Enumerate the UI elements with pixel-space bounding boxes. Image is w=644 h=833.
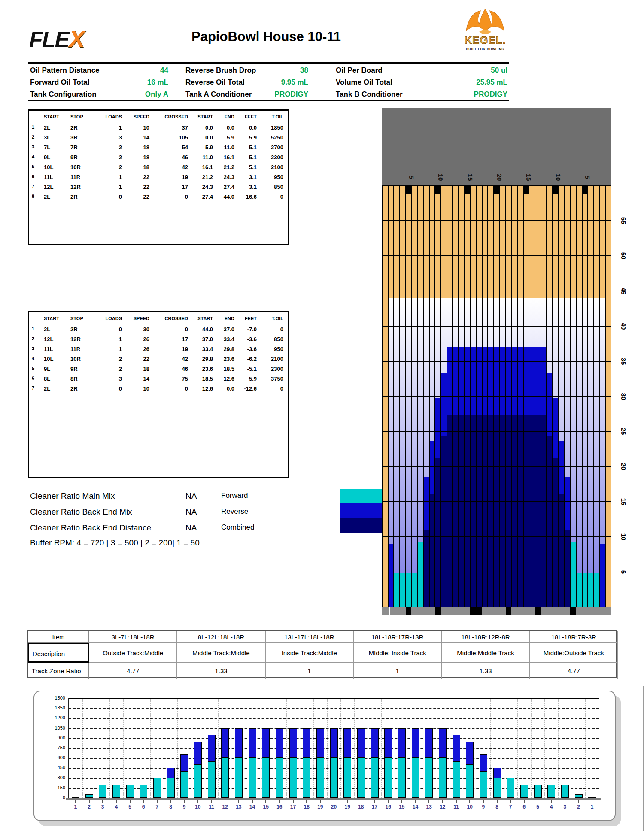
table-cell: -3.6 [235,346,257,352]
legend-swatch-forward [340,489,382,503]
approach-marker [470,607,476,615]
x-axis-tick [524,800,525,803]
table-cell: 26 [123,336,149,342]
table-cell: 9R [70,154,95,161]
x-axis-tick [510,800,511,803]
table-cell: 2L [44,385,68,392]
table-cell: 12.6 [190,385,213,392]
bar-forward [425,758,433,798]
summary-value: PRODIGY [421,90,507,99]
x-axis-tick-label: 16 [381,804,395,810]
table-cell: 12.6 [214,376,234,382]
board-number-label: 10 [431,173,444,181]
summary-label: Forward Oil Total [30,78,90,87]
summary-label: Volume Oil Total [336,78,392,87]
lane-gridline-20 [382,466,611,467]
zone-cell: 18L-18R:17R-13R [353,631,441,643]
bar-reverse [167,768,175,778]
chart-hgridline [69,718,599,719]
bar-reverse [480,754,487,771]
x-axis-tick-label: 4 [544,804,558,810]
column-header: FEET [235,114,257,119]
x-axis-tick [265,800,266,803]
table-cell: 5 [32,164,41,169]
table-cell: 0 [96,326,122,333]
bar-reverse [453,735,460,761]
x-axis-tick [388,800,389,803]
x-axis-tick [578,800,579,803]
table-cell: 2L [44,194,68,200]
bar-forward [85,794,93,798]
distance-label-15: 15 [617,497,627,507]
table-cell: 8 [32,194,41,199]
board-number-label: 15 [461,173,474,181]
table-cell: 14 [123,376,149,382]
x-axis-tick [442,800,443,803]
x-axis-tick-label: 1 [585,804,599,810]
board-number-label: 5 [578,173,591,181]
column-header: END [214,316,234,321]
x-axis-tick [184,800,185,803]
table-cell: 18 [123,164,149,170]
x-axis-tick-label: 3 [96,804,109,810]
table-cell: 3 [32,346,41,351]
table-cell: -3.6 [235,336,257,342]
y-axis-tick-label: 900 [41,735,65,740]
bar-reverse [493,768,501,778]
y-axis-tick-label: 0 [41,795,65,800]
summary-label: Reverse Oil Total [185,78,245,87]
bar-forward [493,778,501,798]
summary-value: 50 ul [421,66,507,75]
x-axis-tick [456,800,457,803]
board-number-label: 10 [549,173,562,181]
table-cell: 850 [258,184,283,190]
x-axis-tick [238,800,239,803]
reverse-pass-table: STARTSTOPLOADSSPEEDCROSSEDSTARTENDFEETT.… [28,311,289,478]
x-axis-tick-label: 19 [313,804,327,810]
distance-label-55: 55 [617,215,627,226]
zone-cell: Inside Track:Middle [265,643,353,663]
table-cell: 4 [32,356,41,361]
table-cell: 8L [44,376,68,382]
board-number-label: 5 [402,173,415,181]
x-axis-tick [483,800,484,803]
x-axis-tick-label: 20 [327,804,341,810]
svg-text:KEGEL.: KEGEL. [464,34,506,46]
y-axis-tick-label: 600 [41,755,65,760]
zone-row-label[interactable]: Description [28,643,89,663]
bar-forward [126,785,134,798]
bar-forward [439,758,447,798]
oil-per-board-chart: 1500135012001050900750600450300150012345… [33,691,616,821]
distance-label-35: 35 [617,356,627,367]
table-cell: 2L [44,326,68,333]
table-cell: 2100 [258,356,283,362]
zone-row-label: Item [28,631,89,643]
x-axis-tick [320,800,321,803]
table-cell: 105 [150,134,188,141]
zone-cell: 18L-18R:12R-8R [441,631,529,643]
table-cell: 54 [150,144,188,151]
table-cell: 8R [70,376,95,382]
bar-forward [167,778,175,798]
table-cell: 16.1 [214,154,234,161]
table-cell: 0 [150,385,188,392]
x-axis-tick [428,800,429,803]
table-cell: 24.3 [214,174,234,180]
bar-forward [140,785,147,798]
distance-label-5: 5 [617,567,627,577]
table-cell: 0 [258,326,283,333]
bar-reverse [194,742,202,765]
table-cell: 18.5 [190,376,213,382]
table-cell: 10 [123,124,149,131]
table-cell: 3 [96,376,122,382]
zone-cell: Middle Track:Middle [177,643,265,663]
table-cell: 23.6 [190,366,213,372]
x-axis-tick-label: 11 [450,804,463,810]
summary-label: Oil Per Board [336,66,383,75]
x-axis-tick [415,800,416,803]
chart-hgridline [69,708,599,709]
table-cell: 14 [123,134,149,141]
table-cell: 44.0 [190,326,213,333]
table-cell: 29.8 [214,346,234,352]
chart-vgridline [599,698,599,798]
